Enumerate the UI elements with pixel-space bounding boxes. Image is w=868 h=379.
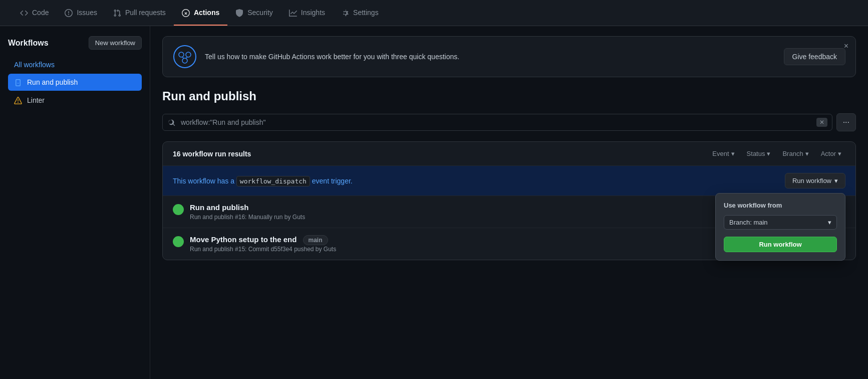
- dispatch-trigger-row: This workflow has a workflow_dispatch ev…: [163, 166, 855, 196]
- close-banner-button[interactable]: ×: [844, 42, 848, 51]
- chevron-down-icon: ▾: [805, 150, 809, 157]
- nav-security-label: Security: [247, 9, 273, 17]
- nav-actions-label: Actions: [194, 9, 219, 17]
- search-row: ✕ ···: [162, 113, 856, 131]
- nav-issues[interactable]: Issues: [57, 0, 105, 26]
- sidebar-all-workflows[interactable]: All workflows: [8, 58, 142, 72]
- success-status-icon: [173, 204, 184, 215]
- sidebar-item-run-and-publish[interactable]: Run and publish: [8, 74, 142, 91]
- nav-security[interactable]: Security: [227, 0, 281, 26]
- give-feedback-button[interactable]: Give feedback: [784, 48, 846, 65]
- chevron-down-icon: ▾: [767, 150, 770, 157]
- actions-feedback-icon: [173, 45, 197, 69]
- page-title: Run and publish: [162, 89, 856, 103]
- linter-warning-icon: [14, 96, 22, 105]
- actions-icon: [182, 8, 190, 17]
- branch-badge: main: [303, 235, 328, 245]
- filter-actor[interactable]: Actor ▾: [817, 148, 845, 159]
- nav-issues-label: Issues: [77, 9, 97, 17]
- filter-event[interactable]: Event ▾: [708, 148, 738, 159]
- chevron-down-icon: ▾: [731, 150, 735, 157]
- search-more-button[interactable]: ···: [836, 113, 856, 131]
- nav-actions[interactable]: Actions: [174, 0, 227, 26]
- run-and-publish-icon: [14, 78, 22, 87]
- graph-icon: [289, 8, 297, 17]
- sidebar-title: Workflows: [8, 39, 49, 48]
- filter-status[interactable]: Status ▾: [743, 148, 775, 159]
- code-icon: [20, 8, 28, 17]
- search-clear-button[interactable]: ✕: [816, 118, 827, 127]
- chevron-down-icon: ▾: [834, 177, 838, 184]
- dropdown-title: Use workflow from: [724, 202, 837, 209]
- main-content: Tell us how to make GitHub Actions work …: [150, 26, 868, 379]
- dispatch-text: This workflow has a workflow_dispatch ev…: [173, 177, 353, 185]
- svg-point-3: [186, 52, 191, 57]
- results-section: 16 workflow run results Event ▾ Status ▾…: [162, 141, 856, 260]
- gear-icon: [341, 8, 349, 17]
- sidebar-item-run-and-publish-label: Run and publish: [27, 78, 78, 86]
- nav-settings[interactable]: Settings: [333, 0, 387, 26]
- feedback-banner-text: Tell us how to make GitHub Actions work …: [205, 53, 776, 61]
- sidebar: Workflows New workflow All workflows Run…: [0, 26, 150, 379]
- dispatch-code: workflow_dispatch: [236, 176, 310, 186]
- svg-point-0: [174, 46, 196, 68]
- chevron-down-icon: ▾: [838, 150, 841, 157]
- search-input[interactable]: [162, 114, 832, 131]
- nav-code-label: Code: [32, 9, 49, 17]
- branch-select[interactable]: Branch: main ▾: [724, 215, 837, 230]
- new-workflow-button[interactable]: New workflow: [89, 36, 142, 50]
- svg-point-1: [182, 58, 187, 63]
- sidebar-item-linter[interactable]: Linter: [8, 92, 142, 109]
- nav-code[interactable]: Code: [12, 0, 57, 26]
- run-workflow-green-button[interactable]: Run workflow: [724, 237, 837, 252]
- main-layout: Workflows New workflow All workflows Run…: [0, 26, 868, 379]
- search-icon: [168, 118, 175, 126]
- success-status-icon-2: [173, 236, 184, 247]
- nav-settings-label: Settings: [353, 9, 379, 17]
- top-navigation: Code Issues Pull requests Actions: [0, 0, 868, 26]
- run-workflow-button[interactable]: Run workflow ▾: [785, 173, 845, 188]
- svg-line-4: [182, 57, 184, 58]
- nav-insights-label: Insights: [301, 9, 325, 17]
- sidebar-item-linter-label: Linter: [27, 96, 45, 104]
- results-header: 16 workflow run results Event ▾ Status ▾…: [163, 142, 855, 166]
- run-workflow-dropdown: Use workflow from Branch: main ▾ Run wor…: [715, 193, 845, 261]
- nav-pr-label: Pull requests: [125, 9, 166, 17]
- sidebar-header: Workflows New workflow: [8, 36, 142, 50]
- issue-icon: [65, 8, 73, 17]
- filter-branch[interactable]: Branch ▾: [778, 148, 812, 159]
- filter-buttons: Event ▾ Status ▾ Branch ▾ Actor ▾: [708, 148, 845, 159]
- results-count: 16 workflow run results: [173, 150, 251, 158]
- feedback-banner: Tell us how to make GitHub Actions work …: [162, 36, 856, 77]
- nav-pull-requests[interactable]: Pull requests: [105, 0, 174, 26]
- svg-line-5: [186, 57, 187, 58]
- svg-point-2: [179, 52, 184, 57]
- shield-icon: [235, 8, 243, 17]
- search-wrapper: ✕: [162, 114, 832, 131]
- pr-icon: [113, 8, 121, 17]
- nav-insights[interactable]: Insights: [281, 0, 333, 26]
- chevron-down-icon: ▾: [828, 219, 831, 226]
